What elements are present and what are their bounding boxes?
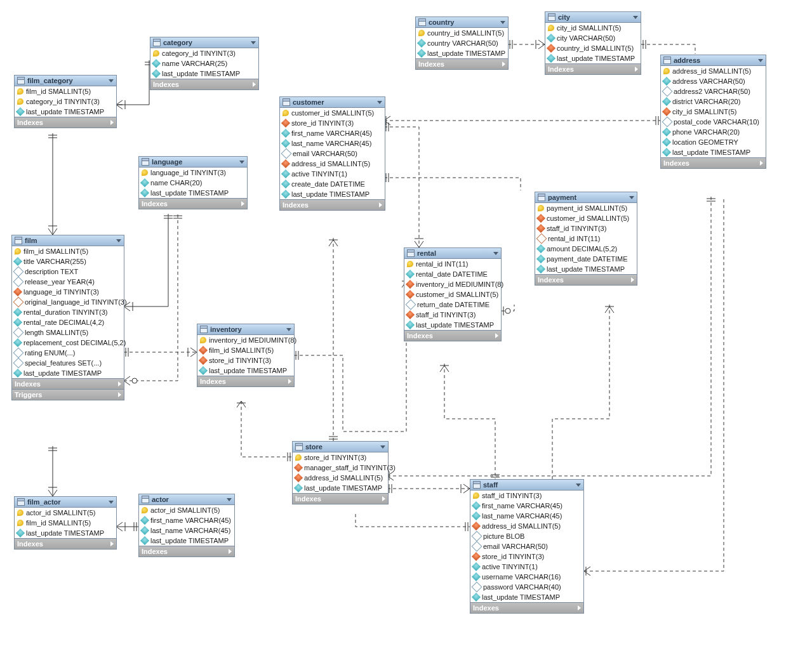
column-row[interactable]: category_id TINYINT(3)	[150, 48, 258, 58]
indexes-section[interactable]: Indexes	[12, 378, 124, 389]
column-row[interactable]: staff_id TINYINT(3)	[404, 310, 501, 320]
column-row[interactable]: film_id SMALLINT(5)	[15, 518, 116, 528]
chevron-right-icon[interactable]	[110, 120, 114, 125]
column-row[interactable]: replacement_cost DECIMAL(5,2)	[12, 338, 124, 348]
column-row[interactable]: payment_id SMALLINT(5)	[535, 203, 637, 213]
column-row[interactable]: city_id SMALLINT(5)	[545, 23, 641, 33]
table-header-film_category[interactable]: film_category	[15, 76, 116, 86]
table-store[interactable]: storestore_id TINYINT(3)manager_staff_id…	[292, 441, 389, 504]
column-row[interactable]: store_id TINYINT(3)	[280, 118, 385, 128]
chevron-right-icon[interactable]	[118, 392, 121, 397]
column-row[interactable]: actor_id SMALLINT(5)	[139, 505, 234, 515]
column-row[interactable]: film_id SMALLINT(5)	[15, 86, 116, 96]
chevron-right-icon[interactable]	[578, 605, 581, 610]
chevron-down-icon[interactable]	[380, 445, 385, 449]
table-actor[interactable]: actoractor_id SMALLINT(5)first_name VARC…	[138, 494, 235, 557]
chevron-right-icon[interactable]	[502, 62, 505, 67]
column-row[interactable]: active TINYINT(1)	[470, 562, 583, 572]
table-rental[interactable]: rentalrental_id INT(11)rental_date DATET…	[404, 247, 502, 341]
chevron-down-icon[interactable]	[239, 161, 244, 164]
table-film_actor[interactable]: film_actoractor_id SMALLINT(5)film_id SM…	[14, 496, 117, 550]
column-row[interactable]: address2 VARCHAR(50)	[661, 86, 766, 96]
column-row[interactable]: rental_id INT(11)	[535, 234, 637, 244]
column-row[interactable]: last_update TIMESTAMP	[280, 189, 385, 199]
column-row[interactable]: store_id TINYINT(3)	[470, 551, 583, 562]
indexes-section[interactable]: Indexes	[15, 117, 116, 128]
column-row[interactable]: first_name VARCHAR(45)	[470, 501, 583, 511]
chevron-down-icon[interactable]	[633, 16, 638, 19]
column-row[interactable]: last_update TIMESTAMP	[15, 107, 116, 117]
column-row[interactable]: picture BLOB	[470, 531, 583, 541]
table-payment[interactable]: paymentpayment_id SMALLINT(5)customer_id…	[535, 192, 637, 286]
column-row[interactable]: last_update TIMESTAMP	[15, 528, 116, 538]
column-row[interactable]: last_update TIMESTAMP	[535, 264, 637, 274]
table-category[interactable]: categorycategory_id TINYINT(3)name VARCH…	[150, 37, 259, 90]
column-row[interactable]: district VARCHAR(20)	[661, 96, 766, 107]
column-row[interactable]: last_update TIMESTAMP	[470, 592, 583, 602]
chevron-down-icon[interactable]	[286, 328, 291, 331]
indexes-section[interactable]: Indexes	[139, 546, 234, 557]
column-row[interactable]: title VARCHAR(255)	[12, 256, 124, 267]
column-row[interactable]: name VARCHAR(25)	[150, 58, 258, 69]
chevron-right-icon[interactable]	[241, 201, 244, 206]
column-row[interactable]: category_id TINYINT(3)	[15, 96, 116, 107]
column-row[interactable]: address_id SMALLINT(5)	[470, 521, 583, 531]
table-header-city[interactable]: city	[545, 12, 641, 23]
column-row[interactable]: rental_rate DECIMAL(4,2)	[12, 317, 124, 327]
table-film[interactable]: filmfilm_id SMALLINT(5)title VARCHAR(255…	[11, 235, 124, 400]
column-row[interactable]: city VARCHAR(50)	[545, 33, 641, 43]
table-header-customer[interactable]: customer	[280, 97, 385, 108]
column-row[interactable]: last_name VARCHAR(45)	[470, 511, 583, 521]
column-row[interactable]: address_id SMALLINT(5)	[280, 159, 385, 169]
chevron-down-icon[interactable]	[227, 498, 232, 501]
column-row[interactable]: last_update TIMESTAMP	[139, 536, 234, 546]
column-row[interactable]: staff_id TINYINT(3)	[535, 223, 637, 234]
column-row[interactable]: address_id SMALLINT(5)	[661, 66, 766, 76]
table-header-language[interactable]: language	[139, 157, 247, 168]
table-language[interactable]: languagelanguage_id TINYINT(3)name CHAR(…	[138, 156, 248, 209]
column-row[interactable]: customer_id SMALLINT(5)	[404, 289, 501, 300]
column-row[interactable]: last_name VARCHAR(45)	[280, 138, 385, 148]
column-row[interactable]: return_date DATETIME	[404, 300, 501, 310]
column-row[interactable]: username VARCHAR(16)	[470, 572, 583, 582]
column-row[interactable]: country VARCHAR(50)	[416, 38, 508, 48]
indexes-section[interactable]: Indexes	[416, 58, 508, 69]
column-row[interactable]: create_date DATETIME	[280, 179, 385, 189]
column-row[interactable]: phone VARCHAR(20)	[661, 127, 766, 137]
indexes-section[interactable]: Indexes	[661, 157, 766, 168]
column-row[interactable]: address_id SMALLINT(5)	[293, 473, 388, 483]
column-row[interactable]: last_name VARCHAR(45)	[139, 525, 234, 536]
indexes-section[interactable]: Indexes	[470, 602, 583, 613]
column-row[interactable]: last_update TIMESTAMP	[12, 368, 124, 378]
column-row[interactable]: rental_duration TINYINT(3)	[12, 307, 124, 317]
column-row[interactable]: city_id SMALLINT(5)	[661, 107, 766, 117]
column-row[interactable]: customer_id SMALLINT(5)	[535, 213, 637, 223]
indexes-section[interactable]: Indexes	[535, 274, 637, 285]
table-header-film[interactable]: film	[12, 235, 124, 246]
column-row[interactable]: last_update TIMESTAMP	[139, 188, 247, 198]
column-row[interactable]: last_update TIMESTAMP	[416, 48, 508, 58]
chevron-right-icon[interactable]	[110, 541, 114, 546]
column-row[interactable]: language_id TINYINT(3)	[12, 287, 124, 297]
column-row[interactable]: length SMALLINT(5)	[12, 327, 124, 338]
indexes-section[interactable]: Indexes	[197, 376, 294, 386]
chevron-down-icon[interactable]	[500, 21, 505, 24]
table-staff[interactable]: staffstaff_id TINYINT(3)first_name VARCH…	[470, 479, 584, 614]
column-row[interactable]: last_update TIMESTAMP	[404, 320, 501, 330]
table-header-country[interactable]: country	[416, 17, 508, 28]
column-row[interactable]: description TEXT	[12, 267, 124, 277]
column-row[interactable]: country_id SMALLINT(5)	[416, 28, 508, 38]
column-row[interactable]: last_update TIMESTAMP	[150, 69, 258, 79]
column-row[interactable]: store_id TINYINT(3)	[197, 355, 294, 366]
column-row[interactable]: active TINYINT(1)	[280, 169, 385, 179]
column-row[interactable]: last_update TIMESTAMP	[293, 483, 388, 493]
indexes-section[interactable]: Indexes	[280, 199, 385, 210]
column-row[interactable]: amount DECIMAL(5,2)	[535, 244, 637, 254]
table-header-actor[interactable]: actor	[139, 494, 234, 505]
column-row[interactable]: payment_date DATETIME	[535, 254, 637, 264]
table-address[interactable]: addressaddress_id SMALLINT(5)address VAR…	[660, 55, 766, 169]
column-row[interactable]: first_name VARCHAR(45)	[139, 515, 234, 525]
chevron-down-icon[interactable]	[758, 59, 763, 62]
column-row[interactable]: name CHAR(20)	[139, 178, 247, 188]
chevron-right-icon[interactable]	[288, 379, 291, 384]
